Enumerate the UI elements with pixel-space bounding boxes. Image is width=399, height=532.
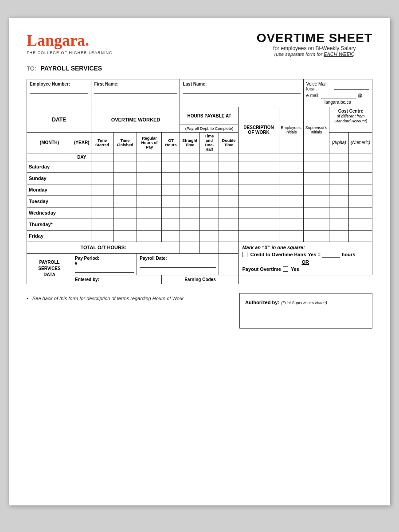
payroll-date-field[interactable] [140,262,216,268]
sat-double-time[interactable] [219,161,239,172]
tue-straight-time[interactable] [180,196,200,207]
mon-ot-hours[interactable] [162,184,180,196]
fri-alpha[interactable] [329,230,349,242]
tue-time-started[interactable] [91,196,113,207]
total-straight[interactable] [180,242,200,253]
thu-ot-hours[interactable] [162,219,180,230]
mon-time-started[interactable] [91,184,113,196]
sat-description[interactable] [239,161,279,172]
sun-alpha[interactable] [329,172,349,184]
payout-checkbox[interactable] [283,266,288,272]
wed-sup-initials[interactable] [303,207,329,219]
mon-emp-initials[interactable] [279,184,303,196]
sat-sup-initials[interactable] [303,161,329,172]
hours-field[interactable] [322,252,340,258]
tue-ot-hours[interactable] [162,196,180,207]
sat-regular-hours[interactable] [137,161,162,172]
thu-description[interactable] [239,219,279,230]
sat-alpha[interactable] [329,161,349,172]
fri-emp-initials[interactable] [279,230,303,242]
wed-straight-time[interactable] [180,207,200,219]
wed-time-half[interactable] [200,207,219,219]
thu-time-finished[interactable] [113,219,137,230]
sun-straight-time[interactable] [180,172,200,184]
tue-emp-initials[interactable] [279,196,303,207]
mon-time-finished[interactable] [113,184,137,196]
first-name-field[interactable] [94,87,177,94]
mon-straight-time[interactable] [180,184,200,196]
sat-emp-initials[interactable] [279,161,303,172]
sat-time-finished[interactable] [113,161,137,172]
wed-ot-hours[interactable] [162,207,180,219]
fri-double-time[interactable] [219,230,239,242]
credit-checkbox[interactable] [242,252,247,257]
wed-description[interactable] [239,207,279,219]
fri-numeric[interactable] [349,230,372,242]
sat-ot-hours[interactable] [162,161,180,172]
wed-double-time[interactable] [219,207,239,219]
sat-numeric[interactable] [349,161,372,172]
total-double[interactable] [219,242,239,253]
mon-regular-hours[interactable] [137,184,162,196]
fri-time-half[interactable] [200,230,219,242]
fri-time-started[interactable] [91,230,113,242]
tue-regular-hours[interactable] [137,196,162,207]
sun-ot-hours[interactable] [162,172,180,184]
voice-mail-field[interactable] [334,84,369,90]
sat-time-started[interactable] [91,161,113,172]
wed-numeric[interactable] [349,207,372,219]
tue-sup-initials[interactable] [303,196,329,207]
mon-double-time[interactable] [219,184,239,196]
sat-time-half[interactable] [200,161,219,172]
sun-double-time[interactable] [219,172,239,184]
fri-ot-hours[interactable] [162,230,180,242]
thu-alpha[interactable] [329,219,349,230]
thu-numeric[interactable] [349,219,372,230]
thu-time-started[interactable] [91,219,113,230]
thu-emp-initials[interactable] [279,219,303,230]
wed-alpha[interactable] [329,207,349,219]
thu-time-half[interactable] [200,219,219,230]
mon-alpha[interactable] [329,184,349,196]
wed-emp-initials[interactable] [279,207,303,219]
sun-time-finished[interactable] [113,172,137,184]
saturday-row: Saturday [27,161,372,172]
sun-numeric[interactable] [349,172,372,184]
wed-time-started[interactable] [91,207,113,219]
fri-regular-hours[interactable] [137,230,162,242]
total-half[interactable] [200,242,219,253]
tue-double-time[interactable] [219,196,239,207]
fri-description[interactable] [239,230,279,242]
sun-time-half[interactable] [200,172,219,184]
email-field[interactable] [321,93,356,98]
sun-regular-hours[interactable] [137,172,162,184]
thu-sup-initials[interactable] [303,219,329,230]
fri-sup-initials[interactable] [303,230,329,242]
thu-regular-hours[interactable] [137,219,162,230]
sun-description[interactable] [239,172,279,184]
tue-description[interactable] [239,196,279,207]
employee-number-field[interactable] [30,87,88,94]
fri-time-finished[interactable] [113,230,137,242]
wednesday-label: Wednesday [27,207,91,219]
last-name-field[interactable] [183,87,300,94]
pay-period-field[interactable] [75,266,134,273]
tue-time-half[interactable] [200,196,219,207]
thu-straight-time[interactable] [180,219,200,230]
mon-numeric[interactable] [349,184,372,196]
mon-sup-initials[interactable] [303,184,329,196]
mon-time-half[interactable] [200,184,219,196]
sun-emp-initials[interactable] [279,172,303,184]
thu-double-time[interactable] [219,219,239,230]
tue-numeric[interactable] [349,196,372,207]
sat-straight-time[interactable] [180,161,200,172]
wed-time-finished[interactable] [113,207,137,219]
authorized-field[interactable] [245,306,367,324]
tue-alpha[interactable] [329,196,349,207]
fri-straight-time[interactable] [180,230,200,242]
mon-description[interactable] [239,184,279,196]
sun-sup-initials[interactable] [303,172,329,184]
sun-time-started[interactable] [91,172,113,184]
tue-time-finished[interactable] [113,196,137,207]
wed-regular-hours[interactable] [137,207,162,219]
